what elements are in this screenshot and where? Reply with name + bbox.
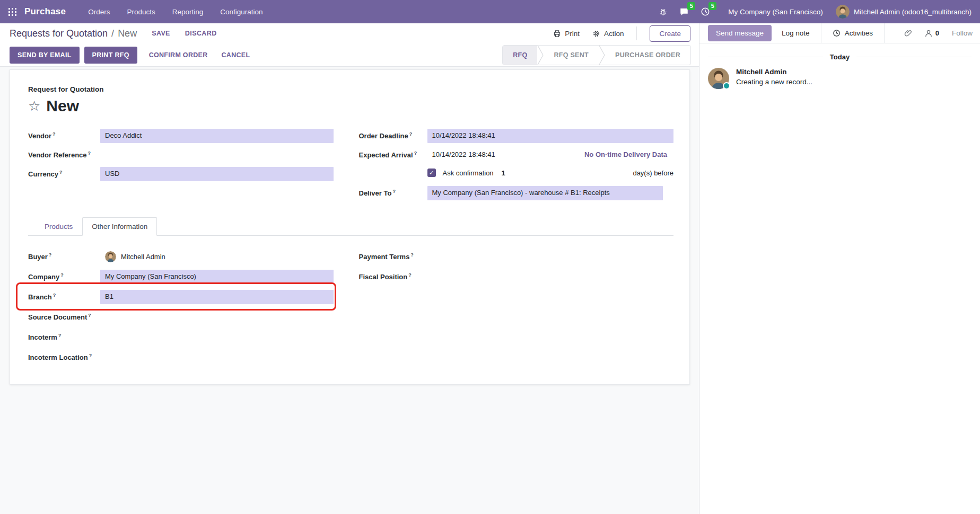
currency-label: Currency? xyxy=(28,167,100,178)
ask-confirmation-spacer xyxy=(359,167,427,170)
save-button[interactable]: SAVE xyxy=(152,30,170,37)
company-input[interactable]: My Company (San Francisco) xyxy=(100,270,334,284)
followers-button[interactable]: 0 xyxy=(924,29,939,38)
message-author[interactable]: Mitchell Admin xyxy=(736,68,812,76)
messages-icon[interactable]: 5 xyxy=(676,5,692,19)
chatter-panel: Send message Log note Activities xyxy=(699,23,980,514)
vendor-reference-label: Vendor Reference? xyxy=(28,148,100,159)
ask-confirmation-label[interactable]: Ask confirmation xyxy=(443,169,494,177)
activities-button[interactable]: Activities xyxy=(821,23,885,43)
print-rfq-button[interactable]: PRINT RFQ xyxy=(84,47,137,64)
vendor-reference-input[interactable] xyxy=(100,148,334,162)
help-mark: ? xyxy=(53,293,56,298)
discard-button[interactable]: DISCARD xyxy=(185,30,217,37)
print-button[interactable]: Print xyxy=(553,30,580,38)
payment-terms-input[interactable] xyxy=(427,250,674,264)
activities-clock-icon[interactable]: 5 xyxy=(697,5,713,19)
deliver-to-input[interactable]: My Company (San Francisco) - warehouse #… xyxy=(427,186,663,200)
favorite-star-icon[interactable] xyxy=(28,99,40,113)
field-vendor-reference: Vendor Reference? xyxy=(28,148,334,162)
menu-orders[interactable]: Orders xyxy=(82,4,116,20)
send-message-button[interactable]: Send message xyxy=(708,25,772,41)
incoterm-input[interactable] xyxy=(100,330,334,344)
user-menu[interactable]: Mitchell Admin (odoo16_multibranch) xyxy=(836,5,972,19)
fiscal-position-label: Fiscal Position? xyxy=(359,270,427,281)
print-label: Print xyxy=(565,30,580,38)
incoterm-location-input[interactable] xyxy=(100,350,334,365)
message-avatar xyxy=(708,68,729,89)
status-rfq-sent[interactable]: RFQ SENT xyxy=(544,46,599,65)
company-switcher[interactable]: My Company (San Francisco) xyxy=(728,8,823,16)
ask-confirmation-checkbox[interactable] xyxy=(427,169,436,177)
activities-label: Activities xyxy=(845,29,873,37)
action-button[interactable]: Action xyxy=(592,30,624,38)
status-purchase-order[interactable]: PURCHASE ORDER xyxy=(605,46,690,65)
expected-arrival-label: Expected Arrival? xyxy=(359,148,427,159)
days-before-label: day(s) before xyxy=(633,169,673,177)
person-icon xyxy=(924,29,933,38)
control-panel-actions: SEND BY EMAIL PRINT RFQ CONFIRM ORDER CA… xyxy=(0,43,699,67)
main-panel: Requests for Quotation / New SAVE DISCAR… xyxy=(0,23,699,514)
field-source-document: Source Document? xyxy=(28,310,334,324)
field-company: Company? My Company (San Francisco) xyxy=(28,270,334,284)
app-name[interactable]: Purchase xyxy=(24,6,66,17)
field-incoterm: Incoterm? xyxy=(28,330,334,344)
help-mark: ? xyxy=(408,272,412,278)
tab-other-information[interactable]: Other Information xyxy=(82,217,157,236)
help-mark: ? xyxy=(58,333,62,338)
field-branch: Branch? B1 xyxy=(28,290,334,304)
statusbar-chevron-icon xyxy=(599,46,605,65)
buyer-avatar xyxy=(105,251,116,262)
help-mark: ? xyxy=(89,353,92,358)
source-document-label: Source Document? xyxy=(28,310,100,321)
message-body: Creating a new record... xyxy=(736,78,812,86)
source-document-input[interactable] xyxy=(100,310,334,324)
buyer-name: Mitchell Admin xyxy=(121,253,165,261)
field-fiscal-position: Fiscal Position? xyxy=(359,270,674,284)
cancel-button[interactable]: CANCEL xyxy=(215,47,257,64)
messages-count-badge: 5 xyxy=(687,2,695,10)
activities-count-badge: 5 xyxy=(708,2,716,10)
branch-label: Branch? xyxy=(28,290,100,301)
help-mark: ? xyxy=(49,252,52,258)
chatter-message: Mitchell Admin Creating a new record... xyxy=(708,68,972,89)
vendor-label: Vendor? xyxy=(28,129,100,140)
help-mark: ? xyxy=(414,150,417,156)
menu-configuration[interactable]: Configuration xyxy=(214,4,269,20)
order-deadline-input[interactable]: 10/14/2022 18:48:41 xyxy=(427,129,674,143)
breadcrumb-parent[interactable]: Requests for Quotation xyxy=(10,28,108,39)
status-rfq[interactable]: RFQ xyxy=(503,46,537,65)
on-time-delivery-link[interactable]: No On-time Delivery Data xyxy=(584,148,667,158)
field-deliver-to: Deliver To? My Company (San Francisco) -… xyxy=(359,186,674,200)
log-note-button[interactable]: Log note xyxy=(782,29,810,37)
order-deadline-label: Order Deadline? xyxy=(359,129,427,140)
create-button[interactable]: Create xyxy=(650,25,690,42)
reminder-days-input[interactable]: 1 xyxy=(502,169,505,177)
help-mark: ? xyxy=(88,313,91,318)
vendor-input[interactable]: Deco Addict xyxy=(100,129,334,143)
branch-input[interactable]: B1 xyxy=(100,290,334,304)
field-incoterm-location: Incoterm Location? xyxy=(28,350,334,365)
field-currency: Currency? USD xyxy=(28,167,334,181)
menu-products[interactable]: Products xyxy=(120,4,161,20)
message-thread: Today Mitchell Admin Creating a new reco… xyxy=(699,43,980,89)
attachments-button[interactable] xyxy=(904,29,913,38)
tab-products[interactable]: Products xyxy=(35,217,82,236)
systray: 5 5 My Company (San Francisco) Mitchell … xyxy=(655,5,972,19)
confirm-order-button[interactable]: CONFIRM ORDER xyxy=(142,47,215,64)
send-by-email-button[interactable]: SEND BY EMAIL xyxy=(10,47,80,64)
debug-bug-icon[interactable] xyxy=(655,5,671,19)
printer-icon xyxy=(553,30,561,38)
buyer-input[interactable]: Mitchell Admin xyxy=(100,250,170,264)
top-navbar: Purchase Orders Products Reporting Confi… xyxy=(0,0,980,23)
field-payment-terms: Payment Terms? xyxy=(359,250,674,264)
menu-reporting[interactable]: Reporting xyxy=(166,4,210,20)
currency-input[interactable]: USD xyxy=(100,167,334,181)
field-buyer: Buyer? Mitchell Admin xyxy=(28,250,334,264)
follow-button[interactable]: Follow xyxy=(952,29,973,37)
apps-grid-icon[interactable] xyxy=(0,0,24,23)
expected-arrival-input[interactable]: 10/14/2022 18:48:41 xyxy=(427,148,500,161)
fiscal-position-input[interactable] xyxy=(427,270,674,284)
form-view: Request for Quotation New Vendor? Deco A… xyxy=(0,67,699,514)
incoterm-label: Incoterm? xyxy=(28,330,100,341)
